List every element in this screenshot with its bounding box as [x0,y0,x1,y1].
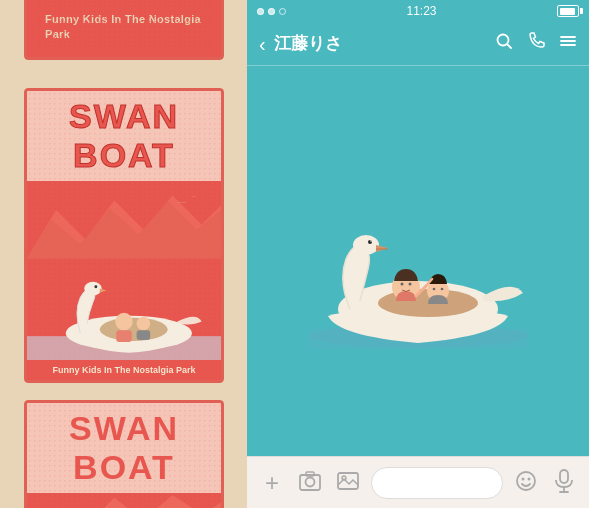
back-button[interactable]: ‹ [259,34,266,54]
bottom-mountains-svg [27,493,221,508]
svg-text:~~: ~~ [177,198,187,207]
image-button[interactable] [333,469,363,497]
status-bar: 11:23 [247,0,589,22]
mic-button[interactable] [549,469,579,497]
menu-icon[interactable] [559,32,577,55]
status-time: 11:23 [406,4,436,18]
svg-marker-13 [27,495,221,508]
left-panel: Funny Kids In The Nostalgia Park SWAN BO… [0,0,247,508]
svg-point-41 [522,477,525,480]
message-input[interactable] [371,467,503,499]
svg-rect-43 [560,470,568,483]
svg-point-8 [100,317,168,340]
nav-title: 江藤りさ [274,32,495,55]
svg-rect-10 [116,330,132,342]
chat-swan-svg [288,161,548,371]
album-card-middle[interactable]: SWAN BOAT ~~ ~ [24,88,224,383]
svg-text:~: ~ [192,193,196,199]
card-subtitle: Funny Kids In The Nostalgia Park [27,360,221,380]
svg-point-7 [94,285,97,288]
signal-dots [257,8,286,15]
add-button[interactable]: + [257,471,287,495]
battery-fill [560,8,575,15]
svg-point-6 [84,281,101,295]
svg-point-36 [306,477,315,486]
svg-point-14 [498,35,509,46]
card-main-title: SWAN BOAT [33,97,215,175]
svg-point-29 [409,283,412,286]
svg-point-9 [115,312,132,329]
right-panel: 11:23 ‹ 江藤りさ [247,0,589,508]
svg-point-40 [517,472,535,490]
card-swan-svg [27,244,221,360]
dot-2 [268,8,275,15]
dot-1 [257,8,264,15]
search-icon[interactable] [495,32,513,55]
svg-point-32 [441,288,444,291]
svg-point-42 [528,477,531,480]
album-card-top[interactable]: Funny Kids In The Nostalgia Park [24,0,224,60]
chat-swan-illustration [288,161,548,361]
svg-point-31 [433,288,436,291]
battery-indicator [557,5,579,17]
svg-rect-12 [137,330,151,340]
phone-icon[interactable] [527,32,545,55]
nav-bar: ‹ 江藤りさ [247,22,589,66]
card-bottom-title: SWAN BOAT [33,409,215,487]
card-top-title: Funny Kids In The Nostalgia Park [45,12,203,41]
dot-3 [279,8,286,15]
svg-line-15 [508,45,512,49]
battery-icon [557,5,579,17]
svg-rect-37 [306,472,314,476]
camera-button[interactable] [295,469,325,497]
album-card-bottom[interactable]: SWAN BOAT [24,400,224,508]
svg-point-22 [353,235,379,255]
chat-area [247,66,589,456]
bottom-toolbar: + [247,456,589,508]
svg-point-28 [401,283,404,286]
svg-point-25 [370,240,372,242]
svg-point-11 [137,316,151,330]
nav-icons [495,32,577,55]
emoji-button[interactable] [511,469,541,497]
